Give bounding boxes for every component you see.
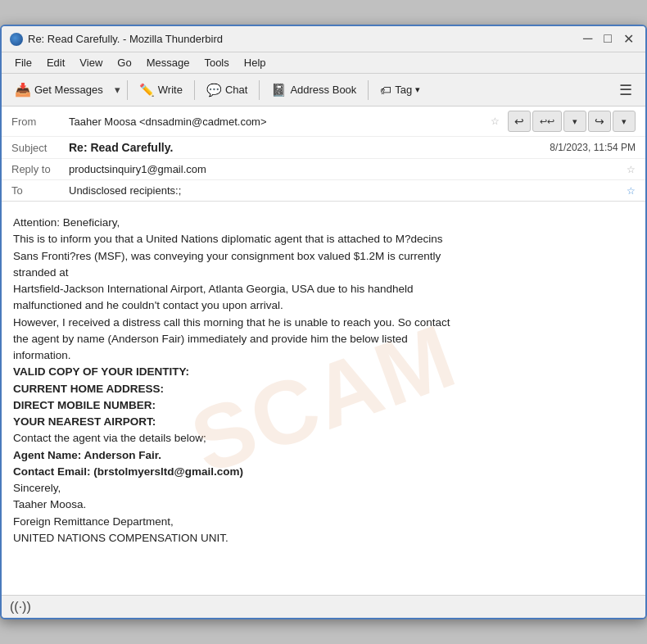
- tag-dropdown: ▾: [415, 84, 420, 95]
- menu-view[interactable]: View: [73, 55, 109, 70]
- from-label: From: [11, 116, 69, 128]
- to-label: To: [11, 184, 69, 197]
- reply-to-star-icon[interactable]: ☆: [627, 164, 636, 175]
- email-line: Sincerely,: [13, 480, 634, 497]
- tag-button[interactable]: 🏷 Tag ▾: [373, 80, 427, 100]
- to-value: Undisclosed recipients:;: [69, 184, 622, 197]
- minimize-button[interactable]: ─: [580, 31, 595, 47]
- from-value: Taaher Moosa <dnsadmin@cadmet.com>: [69, 116, 486, 128]
- subject-value: Re: Read Carefully.: [69, 141, 550, 154]
- tag-label: Tag: [395, 84, 412, 96]
- forward-button[interactable]: ↪: [588, 111, 611, 132]
- subject-label: Subject: [11, 142, 69, 154]
- main-window: Re: Read Carefully. - Mozilla Thunderbir…: [0, 25, 647, 619]
- email-line: the agent by name (Anderson Fair) immedi…: [13, 331, 634, 347]
- subject-row: Subject Re: Read Carefully. 8/1/2023, 11…: [2, 137, 645, 159]
- reply-all-icon: ↩↩: [540, 116, 554, 127]
- separator-3: [259, 80, 260, 100]
- email-line: Agent Name: Anderson Fair.: [13, 447, 634, 464]
- separator-4: [368, 80, 369, 100]
- reply-to-row: Reply to productsinquiry1@gmail.com ☆: [2, 159, 645, 180]
- maximize-button[interactable]: □: [600, 31, 615, 47]
- reply-to-value: productsinquiry1@gmail.com: [69, 163, 622, 175]
- get-messages-icon: 📥: [15, 82, 31, 98]
- to-row: To Undisclosed recipients:; ☆: [2, 180, 645, 201]
- email-line: YOUR NEAREST AIRPORT:: [13, 414, 634, 430]
- email-line: UNITED NATIONS COMPENSATION UNIT.: [13, 530, 634, 546]
- email-line: Sans Fronti?res (MSF), was conveying you…: [13, 248, 634, 265]
- hamburger-menu-button[interactable]: ☰: [613, 78, 639, 102]
- reply-icon: ↩: [514, 115, 524, 128]
- from-star-icon[interactable]: ☆: [491, 116, 500, 127]
- reply-all-button[interactable]: ↩↩: [532, 111, 562, 132]
- email-line: This is to inform you that a United Nati…: [13, 231, 634, 247]
- email-line: CURRENT HOME ADDRESS:: [13, 381, 634, 397]
- chat-button[interactable]: 💬 Chat: [200, 79, 254, 101]
- tag-icon: 🏷: [380, 84, 391, 97]
- reply-buttons: ↩ ↩↩ ▾ ↪ ▾: [508, 111, 636, 132]
- forward-icon: ↪: [595, 115, 604, 128]
- timestamp: 8/1/2023, 11:54 PM: [550, 142, 636, 153]
- titlebar: Re: Read Carefully. - Mozilla Thunderbir…: [2, 26, 645, 52]
- email-line: Attention: Beneficiary,: [13, 215, 634, 231]
- app-icon: [10, 33, 23, 46]
- menu-message[interactable]: Message: [140, 55, 197, 70]
- from-row: From Taaher Moosa <dnsadmin@cadmet.com> …: [2, 107, 645, 137]
- email-line: Taaher Moosa.: [13, 497, 634, 513]
- email-line: Contact Email: (brstolmyersltd@gmail.com…: [13, 464, 634, 480]
- email-content: Attention: Beneficiary,This is to inform…: [13, 215, 634, 546]
- menu-go[interactable]: Go: [111, 55, 138, 70]
- get-messages-dropdown[interactable]: ▾: [113, 80, 122, 99]
- to-star-icon[interactable]: ☆: [627, 185, 636, 197]
- address-book-icon: 📓: [271, 83, 287, 98]
- email-line: Hartsfield-Jackson International Airport…: [13, 281, 634, 297]
- email-line: information.: [13, 347, 634, 364]
- chat-label: Chat: [225, 84, 247, 96]
- address-book-button[interactable]: 📓 Address Book: [265, 79, 363, 101]
- email-body: SCAM Attention: Beneficiary,This is to i…: [2, 202, 645, 595]
- reply-dropdown-icon: ▾: [572, 116, 577, 127]
- email-line: VALID COPY OF YOUR IDENTITY:: [13, 364, 634, 380]
- window-title: Re: Read Carefully. - Mozilla Thunderbir…: [28, 33, 223, 45]
- menu-file[interactable]: File: [8, 55, 38, 70]
- toolbar: 📥 Get Messages ▾ ✏️ Write 💬 Chat 📓 Addre…: [2, 74, 645, 107]
- write-button[interactable]: ✏️ Write: [133, 79, 189, 101]
- reply-button[interactable]: ↩: [508, 111, 531, 132]
- write-label: Write: [158, 84, 183, 96]
- menu-help[interactable]: Help: [238, 55, 273, 70]
- more-dropdown-icon: ▾: [622, 116, 627, 127]
- email-line: DIRECT MOBILE NUMBER:: [13, 397, 634, 414]
- titlebar-left: Re: Read Carefully. - Mozilla Thunderbir…: [10, 33, 223, 46]
- chat-icon: 💬: [206, 83, 222, 98]
- email-line: Contact the agent via the details below;: [13, 430, 634, 447]
- email-line: However, I received a distress call this…: [13, 315, 634, 331]
- separator-2: [194, 80, 195, 100]
- close-button[interactable]: ✕: [620, 31, 637, 47]
- menubar: File Edit View Go Message Tools Help: [2, 52, 645, 74]
- email-line: Foreign Remittance Department,: [13, 514, 634, 530]
- get-messages-button[interactable]: 📥 Get Messages: [8, 79, 110, 101]
- signal-icon: ((·)): [10, 600, 31, 615]
- titlebar-controls: ─ □ ✕: [580, 31, 637, 47]
- statusbar: ((·)): [2, 595, 645, 618]
- reply-to-label: Reply to: [11, 163, 69, 175]
- email-line: stranded at: [13, 265, 634, 281]
- write-icon: ✏️: [139, 83, 155, 98]
- email-line: malfunctioned and he couldn't contact yo…: [13, 297, 634, 314]
- address-book-label: Address Book: [290, 84, 356, 96]
- separator-1: [127, 80, 128, 100]
- menu-edit[interactable]: Edit: [40, 55, 71, 70]
- email-header: From Taaher Moosa <dnsadmin@cadmet.com> …: [2, 107, 645, 202]
- reply-dropdown-button[interactable]: ▾: [563, 111, 586, 132]
- get-messages-label: Get Messages: [34, 84, 103, 96]
- menu-tools[interactable]: Tools: [197, 55, 235, 70]
- more-button[interactable]: ▾: [613, 111, 636, 132]
